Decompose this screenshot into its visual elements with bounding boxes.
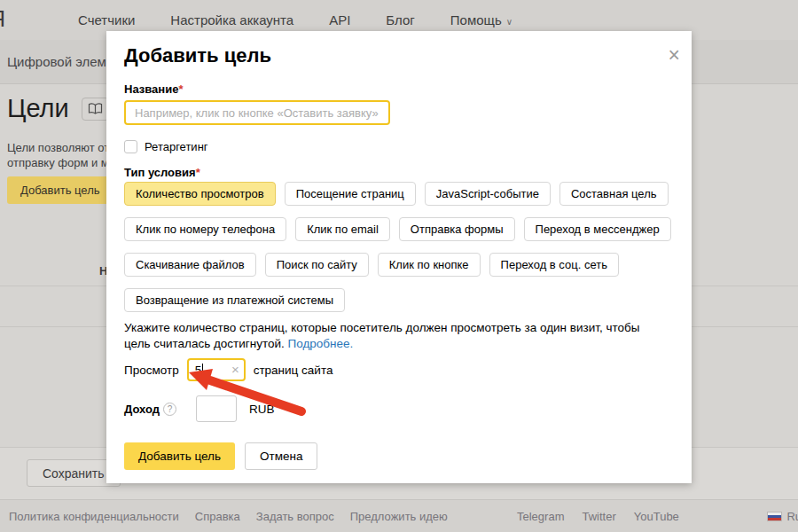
nav-items: СчетчикиНастройка аккаунтаAPIБлог	[78, 12, 415, 27]
help-icon[interactable]: ?	[163, 403, 176, 416]
nav-item-help[interactable]: Помощь ∨	[450, 12, 512, 27]
condition-option[interactable]: Количество просмотров	[124, 182, 276, 206]
condition-option[interactable]: Клик по номеру телефона	[124, 217, 286, 241]
condition-option[interactable]: Переход в соц. сеть	[489, 253, 619, 277]
condition-option[interactable]: Клик по кнопке	[378, 253, 481, 277]
views-count-input[interactable]: 5 ×	[187, 358, 246, 381]
nav-item[interactable]: Настройка аккаунта	[170, 12, 293, 27]
retargeting-checkbox-row[interactable]: Ретаргетинг	[124, 140, 208, 153]
add-goal-modal: Добавить цель × Название* Ретаргетинг Ти…	[106, 31, 692, 483]
cancel-button[interactable]: Отмена	[245, 442, 317, 470]
footer-social-link[interactable]: YouTube	[634, 510, 679, 523]
condition-rows: Количество просмотровПосещение страницJa…	[124, 182, 671, 324]
views-count-value: 5	[195, 364, 202, 377]
counter-name[interactable]: Цифровой элеме	[7, 54, 113, 69]
revenue-label: Доход	[124, 403, 160, 416]
footer-link[interactable]: Справка	[195, 510, 240, 523]
nav-item[interactable]: Счетчики	[78, 12, 135, 27]
russia-flag-icon	[767, 512, 782, 521]
footer-social-link[interactable]: Telegram	[517, 510, 564, 523]
goals-docs-button[interactable]	[82, 98, 109, 121]
revenue-input[interactable]	[196, 395, 237, 422]
chevron-down-icon: ∨	[506, 17, 512, 27]
page-title: Цели	[7, 94, 69, 123]
condition-description: Укажите количество страниц, которые посе…	[124, 320, 661, 352]
language-switcher[interactable]: Ru	[767, 510, 798, 523]
condition-option[interactable]: JavaScript-событие	[425, 182, 551, 206]
yandex-logo-fragment: Я	[0, 6, 9, 33]
condition-option[interactable]: Составная цель	[559, 182, 669, 206]
more-info-link[interactable]: Подробнее.	[288, 337, 354, 350]
close-icon[interactable]: ×	[669, 45, 680, 66]
retargeting-checkbox[interactable]	[124, 140, 137, 153]
language-label: Ru	[786, 510, 798, 523]
footer-social-link[interactable]: Twitter	[582, 510, 615, 523]
footer-link[interactable]: Политика конфиденциальности	[9, 510, 179, 523]
footer-link[interactable]: Задать вопрос	[256, 510, 334, 523]
name-field-label: Название*	[124, 82, 183, 96]
condition-option[interactable]: Посещение страниц	[285, 182, 416, 206]
text-caret	[202, 364, 203, 377]
condition-type-label: Тип условия*	[124, 166, 200, 179]
footer-social: TelegramTwitterYouTube	[517, 510, 679, 523]
condition-option[interactable]: Клик по email	[295, 217, 390, 241]
condition-option[interactable]: Переход в мессенджер	[524, 217, 671, 241]
footer-links: Политика конфиденциальностиСправкаЗадать…	[9, 510, 448, 523]
footer-link[interactable]: Предложить идею	[350, 510, 448, 523]
nav-item[interactable]: Блог	[386, 12, 414, 27]
goal-name-input[interactable]	[124, 100, 390, 125]
retargeting-label: Ретаргетинг	[145, 140, 208, 153]
views-label: Просмотр	[124, 364, 179, 377]
book-icon	[88, 103, 103, 114]
clear-icon[interactable]: ×	[231, 363, 239, 376]
condition-option[interactable]: Поиск по сайту	[265, 253, 369, 277]
goals-description: Цели позволяют от отправку форм и м	[7, 140, 109, 170]
currency-label: RUB	[249, 403, 275, 416]
footer: Политика конфиденциальностиСправкаЗадать…	[0, 499, 798, 532]
condition-option[interactable]: Отправка формы	[399, 217, 515, 241]
modal-title: Добавить цель	[124, 44, 271, 67]
condition-option[interactable]: Скачивание файлов	[124, 253, 256, 277]
nav-item[interactable]: API	[329, 12, 350, 27]
views-suffix: страниц сайта	[254, 364, 333, 377]
required-asterisk: *	[178, 82, 183, 96]
add-goal-button-page[interactable]: Добавить цель	[7, 176, 113, 204]
condition-option[interactable]: Возвращение из платежной системы	[124, 288, 345, 312]
add-goal-submit-button[interactable]: Добавить цель	[124, 442, 235, 470]
nav-help-label: Помощь	[450, 12, 502, 27]
required-asterisk: *	[196, 166, 200, 179]
